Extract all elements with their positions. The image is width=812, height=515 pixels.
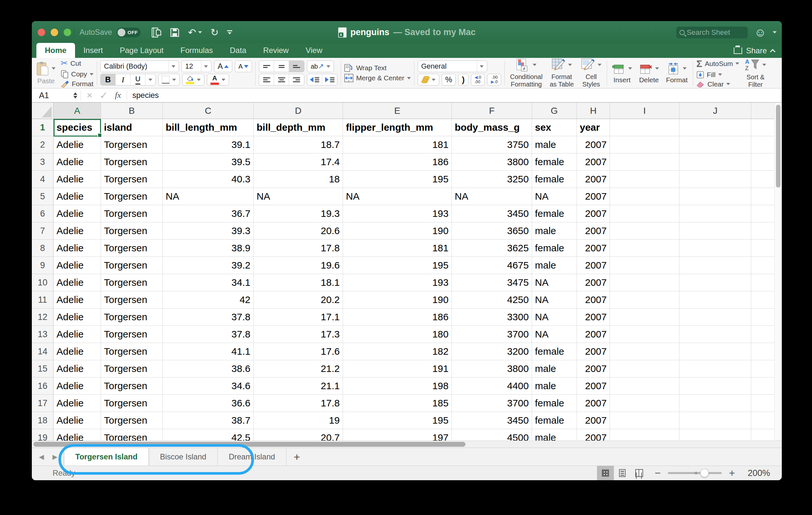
row-header-12[interactable]: 12 <box>32 308 54 326</box>
sort-filter-button[interactable]: AZ Sort &Filter <box>743 58 768 88</box>
cell[interactable]: 18.7 <box>254 136 343 154</box>
cell[interactable]: 37.8 <box>163 308 254 326</box>
cell[interactable] <box>610 429 679 440</box>
comma-style-button[interactable]: ) <box>458 74 468 85</box>
cell[interactable]: Adelie <box>54 360 101 377</box>
cell[interactable]: Adelie <box>54 154 101 171</box>
cell[interactable]: 185 <box>343 395 452 412</box>
ribbon-tab-page-layout[interactable]: Page Layout <box>111 43 172 58</box>
cell[interactable]: 36.7 <box>163 205 254 222</box>
align-right-button[interactable] <box>289 74 304 85</box>
cell[interactable]: Torgersen <box>101 395 163 412</box>
column-header-F[interactable]: F <box>452 103 532 119</box>
ribbon-tab-view[interactable]: View <box>297 43 331 58</box>
sheet-nav-left-icon[interactable]: ◀ <box>39 453 44 461</box>
align-top-button[interactable] <box>259 61 274 72</box>
cell[interactable] <box>751 343 774 360</box>
cell[interactable]: 3625 <box>452 240 532 257</box>
cell[interactable]: Torgersen <box>101 154 163 171</box>
cell[interactable]: Torgersen <box>101 412 163 429</box>
cell[interactable]: female <box>532 154 577 171</box>
cell[interactable] <box>751 308 774 326</box>
italic-button[interactable]: I <box>116 74 130 85</box>
cell[interactable]: sex <box>532 119 577 136</box>
sheet-tab-torgersen-island[interactable]: Torgersen Island <box>64 448 149 466</box>
cell[interactable] <box>679 240 751 257</box>
cell[interactable]: 197 <box>343 429 452 440</box>
row-header-5[interactable]: 5 <box>32 188 54 205</box>
cell[interactable]: Adelie <box>54 377 101 395</box>
cell[interactable]: 2007 <box>577 257 610 274</box>
cell[interactable]: Adelie <box>54 429 101 440</box>
cell[interactable]: 17.3 <box>254 326 343 343</box>
cell[interactable]: 181 <box>343 136 452 154</box>
cell[interactable]: 2007 <box>577 429 610 440</box>
vertical-scrollbar-thumb[interactable] <box>776 105 781 188</box>
formula-content[interactable]: species <box>127 91 158 100</box>
add-sheet-button[interactable]: + <box>287 448 307 466</box>
cell[interactable]: 3200 <box>452 343 532 360</box>
fill-caret[interactable] <box>718 74 722 76</box>
cell[interactable]: 17.6 <box>254 343 343 360</box>
column-header-C[interactable]: C <box>163 103 254 119</box>
row-header-14[interactable]: 14 <box>32 343 54 360</box>
cell[interactable]: 2007 <box>577 395 610 412</box>
cell[interactable]: 2007 <box>577 360 610 377</box>
cell[interactable]: 3650 <box>452 222 532 240</box>
row-header-3[interactable]: 3 <box>32 154 54 171</box>
cell[interactable]: 17.8 <box>254 240 343 257</box>
cell[interactable]: 40.3 <box>163 171 254 188</box>
sort-filter-caret[interactable] <box>762 64 766 66</box>
cell[interactable]: Adelie <box>54 395 101 412</box>
cell[interactable]: 3700 <box>452 395 532 412</box>
cell[interactable] <box>679 308 751 326</box>
cell[interactable]: Adelie <box>54 188 101 205</box>
cell[interactable] <box>679 119 751 136</box>
insert-cells-caret[interactable] <box>628 67 632 70</box>
cell[interactable]: NA <box>532 326 577 343</box>
cell[interactable]: 36.6 <box>163 395 254 412</box>
row-header-2[interactable]: 2 <box>32 136 54 154</box>
cell[interactable] <box>751 395 774 412</box>
sheet-tab-dream-island[interactable]: Dream Island <box>218 448 287 466</box>
cell[interactable] <box>751 377 774 395</box>
autosum-button[interactable]: Σ AutoSum <box>696 58 739 69</box>
fill-button[interactable]: Fill <box>696 71 739 79</box>
cell[interactable]: 17.8 <box>254 395 343 412</box>
cell[interactable]: 3800 <box>452 154 532 171</box>
name-box-spinner[interactable] <box>74 92 77 99</box>
cell[interactable]: 41.1 <box>163 343 254 360</box>
format-as-table-button[interactable]: Formatas Table <box>548 58 576 88</box>
row-header-8[interactable]: 8 <box>32 240 54 257</box>
feedback-smiley-icon[interactable]: ☺ <box>754 27 766 38</box>
cell[interactable]: male <box>532 360 577 377</box>
cell[interactable] <box>679 395 751 412</box>
cell[interactable] <box>751 412 774 429</box>
cell[interactable]: bill_depth_mm <box>254 119 343 136</box>
row-header-13[interactable]: 13 <box>32 326 54 343</box>
cell[interactable] <box>610 326 679 343</box>
row-header-1[interactable]: 1 <box>32 119 54 136</box>
cell[interactable]: 190 <box>343 222 452 240</box>
ribbon-tab-data[interactable]: Data <box>222 43 255 58</box>
feedback-caret[interactable] <box>773 31 777 33</box>
horizontal-scrollbar-thumb[interactable] <box>33 442 465 447</box>
cell[interactable]: Torgersen <box>101 240 163 257</box>
column-header-D[interactable]: D <box>254 103 343 119</box>
customize-toolbar-icon[interactable] <box>227 30 232 34</box>
percent-style-button[interactable]: % <box>442 74 456 85</box>
cell[interactable] <box>751 154 774 171</box>
row-header-6[interactable]: 6 <box>32 205 54 222</box>
cell[interactable]: Adelie <box>54 205 101 222</box>
select-all-corner[interactable] <box>32 103 54 119</box>
save-icon[interactable] <box>170 28 180 37</box>
cell[interactable] <box>679 377 751 395</box>
cell[interactable]: 186 <box>343 308 452 326</box>
cell[interactable] <box>679 291 751 308</box>
cell[interactable]: 42.5 <box>163 429 254 440</box>
underline-caret[interactable] <box>146 74 155 85</box>
column-header-overflow[interactable] <box>751 103 775 119</box>
cell[interactable]: Torgersen <box>101 326 163 343</box>
increase-font-button[interactable]: A <box>214 60 232 72</box>
cell[interactable]: 2007 <box>577 188 610 205</box>
